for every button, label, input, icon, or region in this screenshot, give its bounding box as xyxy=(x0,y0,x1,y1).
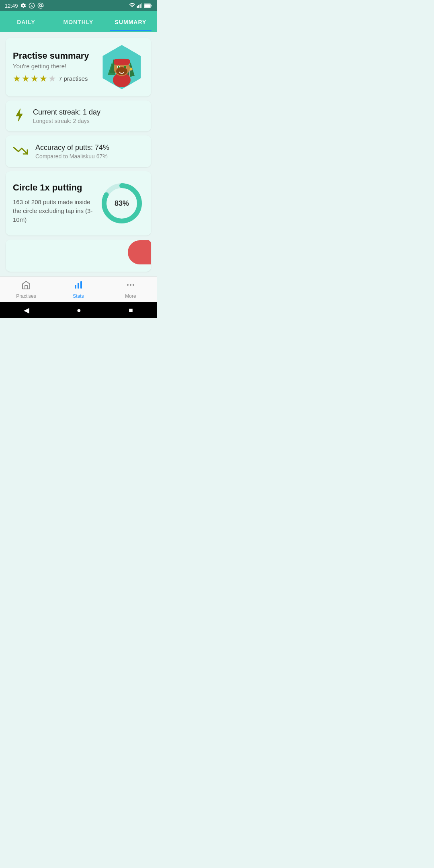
svg-rect-3 xyxy=(137,6,138,8)
partial-card xyxy=(6,240,151,272)
character-avatar xyxy=(102,47,142,87)
recents-button[interactable]: ■ xyxy=(129,306,133,315)
streak-longest: Longest streak: 2 days xyxy=(33,118,100,124)
svg-rect-4 xyxy=(138,5,139,8)
donut-chart: 83% xyxy=(100,181,144,225)
stars: ★ ★ ★ ★ ★ xyxy=(13,74,56,84)
svg-point-31 xyxy=(130,284,131,286)
nav-stats[interactable]: Stats xyxy=(52,280,104,299)
svg-rect-20 xyxy=(114,59,130,65)
svg-rect-27 xyxy=(75,285,76,289)
accuracy-sub: Compared to Maaliskuu 67% xyxy=(35,153,109,160)
home-icon xyxy=(21,280,31,292)
trending-down-icon xyxy=(13,143,28,160)
svg-rect-9 xyxy=(144,4,150,7)
svg-point-23 xyxy=(116,67,127,75)
status-time: 12:49 xyxy=(5,3,18,9)
putting-left: Circle 1x putting 163 of 208 putts made … xyxy=(13,182,93,224)
battery-icon xyxy=(144,3,152,8)
svg-rect-26 xyxy=(25,285,27,289)
a-icon: A xyxy=(29,2,35,9)
svg-point-2 xyxy=(39,4,41,6)
star-5: ★ xyxy=(48,74,56,84)
star-3: ★ xyxy=(31,74,39,84)
svg-rect-28 xyxy=(78,283,79,289)
svg-rect-6 xyxy=(141,3,142,8)
svg-rect-5 xyxy=(140,4,141,8)
summary-subtitle: You're getting there! xyxy=(13,63,89,70)
star-4: ★ xyxy=(39,74,47,84)
at-icon xyxy=(37,2,44,9)
status-right xyxy=(129,3,152,8)
more-icon xyxy=(126,280,135,292)
stats-icon xyxy=(74,280,83,292)
summary-left: Practise summary You're getting there! ★… xyxy=(13,51,89,84)
star-2: ★ xyxy=(22,74,30,84)
nav-practises[interactable]: Practises xyxy=(0,280,52,299)
summary-title: Practise summary xyxy=(13,51,89,61)
tab-daily[interactable]: DAILY xyxy=(0,12,52,31)
avatar-container xyxy=(100,45,144,89)
main-content: Practise summary You're getting there! ★… xyxy=(0,32,157,276)
nav-practises-label: Practises xyxy=(16,293,36,299)
svg-rect-29 xyxy=(80,281,82,289)
nav-more-label: More xyxy=(125,293,136,299)
wifi-icon xyxy=(129,3,135,8)
accuracy-main: Accuracy of putts: 74% xyxy=(35,143,109,152)
avatar-hex xyxy=(100,45,144,89)
status-bar: 12:49 A xyxy=(0,0,157,11)
putting-title: Circle 1x putting xyxy=(13,182,93,193)
svg-rect-8 xyxy=(151,5,151,7)
streak-card: Current streak: 1 day Longest streak: 2 … xyxy=(6,100,151,131)
home-button[interactable]: ● xyxy=(77,306,81,315)
svg-point-32 xyxy=(133,284,134,286)
signal-icon xyxy=(137,3,142,8)
partial-red-shape xyxy=(128,240,151,264)
tab-monthly[interactable]: MONTHLY xyxy=(52,12,104,31)
tab-summary[interactable]: SUMMARY xyxy=(104,12,157,31)
streak-current: Current streak: 1 day xyxy=(33,108,100,117)
accuracy-text: Accuracy of putts: 74% Compared to Maali… xyxy=(35,143,109,160)
donut-label: 83% xyxy=(115,199,129,208)
stars-row: ★ ★ ★ ★ ★ 7 practises xyxy=(13,74,89,84)
putting-desc: 163 of 208 putts made inside the circle … xyxy=(13,198,93,224)
putting-card: Circle 1x putting 163 of 208 putts made … xyxy=(6,171,151,235)
android-nav-bar: ◀ ● ■ xyxy=(0,302,157,318)
svg-text:A: A xyxy=(31,4,33,8)
star-1: ★ xyxy=(13,74,21,84)
bottom-nav: Practises Stats More xyxy=(0,276,157,302)
nav-more[interactable]: More xyxy=(104,280,157,299)
status-left: 12:49 A xyxy=(5,2,44,9)
practise-summary-card: Practise summary You're getting there! ★… xyxy=(6,38,151,96)
lightning-icon xyxy=(13,108,26,124)
back-button[interactable]: ◀ xyxy=(24,306,29,315)
settings-icon xyxy=(20,3,26,8)
streak-text: Current streak: 1 day Longest streak: 2 … xyxy=(33,108,100,124)
accuracy-card: Accuracy of putts: 74% Compared to Maali… xyxy=(6,135,151,167)
app-tab-bar: DAILY MONTHLY SUMMARY xyxy=(0,11,157,32)
svg-point-30 xyxy=(127,284,129,286)
practises-count: 7 practises xyxy=(59,75,88,82)
nav-stats-label: Stats xyxy=(73,293,84,299)
